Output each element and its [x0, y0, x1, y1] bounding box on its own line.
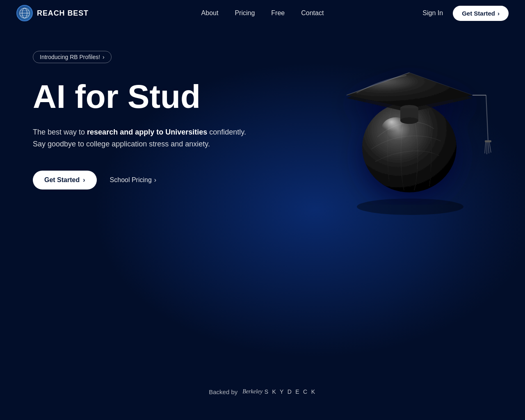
- chevron-right-icon: ›: [154, 176, 156, 184]
- nav-pricing[interactable]: Pricing: [235, 9, 255, 17]
- logo-globe-icon: [16, 5, 33, 21]
- skydeck-logo: Berkeley S K Y D E C K: [242, 388, 316, 395]
- hero-section: Introducing RB Profiles! › AI for Stud T…: [0, 26, 525, 371]
- chevron-right-icon: ›: [83, 176, 85, 184]
- svg-line-17: [489, 142, 491, 153]
- sign-in-link[interactable]: Sign In: [422, 9, 443, 17]
- hero-get-started-button[interactable]: Get Started ›: [33, 171, 97, 189]
- school-pricing-link[interactable]: School Pricing ›: [110, 176, 157, 184]
- logo-text: REACH BEST: [37, 9, 89, 18]
- footer-bar: Backed by Berkeley S K Y D E C K: [0, 388, 525, 395]
- introducing-badge[interactable]: Introducing RB Profiles! ›: [33, 51, 112, 63]
- hero-title: AI for Stud: [33, 80, 279, 114]
- hero-subtitle: The best way to research and apply to Un…: [33, 126, 246, 150]
- nav-about[interactable]: About: [201, 9, 219, 17]
- nav-get-started-button[interactable]: Get Started ›: [453, 6, 509, 21]
- nav-right: Sign In Get Started ›: [422, 6, 509, 21]
- svg-line-12: [486, 95, 488, 141]
- nav-links: About Pricing Free Contact: [201, 9, 324, 17]
- skydeck-name-text: S K Y D E C K: [265, 388, 316, 395]
- svg-rect-13: [485, 140, 491, 142]
- hero-3d-cap: [312, 18, 509, 231]
- svg-line-14: [485, 142, 486, 153]
- badge-chevron-icon: ›: [103, 54, 105, 60]
- chevron-right-icon: ›: [498, 10, 500, 17]
- navbar: REACH BEST About Pricing Free Contact Si…: [0, 0, 525, 26]
- nav-free[interactable]: Free: [271, 9, 285, 17]
- svg-point-20: [400, 117, 418, 124]
- skydeck-berkeley-text: Berkeley: [242, 388, 262, 395]
- nav-contact[interactable]: Contact: [301, 9, 324, 17]
- logo[interactable]: REACH BEST: [16, 5, 89, 21]
- svg-line-16: [488, 142, 489, 153]
- backed-by-label: Backed by: [209, 388, 237, 395]
- svg-point-5: [357, 199, 463, 215]
